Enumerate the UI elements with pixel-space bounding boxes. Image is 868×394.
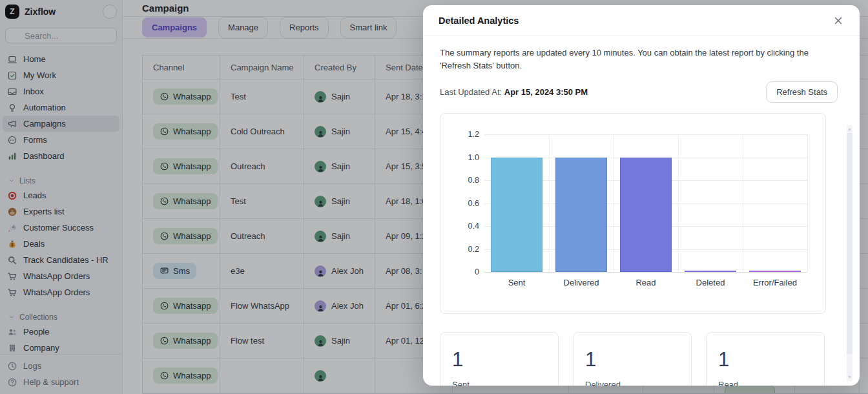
gridline	[678, 134, 679, 272]
last-updated-value: Apr 15, 2024 3:50 PM	[504, 87, 588, 97]
scrollbar-thumb[interactable]	[847, 133, 852, 354]
gridline	[549, 134, 550, 272]
x-axis-tick: Read	[636, 278, 656, 287]
chart-bar-error-failed	[749, 271, 801, 272]
gridline	[484, 272, 807, 273]
y-axis-tick: 0.8	[447, 176, 479, 185]
scrollbar-down-icon[interactable]: ▼	[847, 374, 852, 380]
stat-card-delivered: 1Delivered	[573, 332, 692, 386]
chart-bar-delivered	[555, 158, 607, 273]
stat-card-read: 1Read	[706, 332, 825, 386]
analytics-bar-chart: 00.20.40.60.81.01.2SentDeliveredReadDele…	[440, 113, 826, 314]
last-updated-text: Last Updated At: Apr 15, 2024 3:50 PM	[440, 87, 588, 97]
gridline	[484, 134, 807, 135]
gridline	[743, 134, 743, 272]
x-axis-tick: Deleted	[696, 278, 725, 287]
chart-bar-sent	[491, 158, 542, 273]
chart-bar-deleted	[685, 271, 736, 272]
x-axis-tick: Sent	[508, 278, 526, 287]
close-icon[interactable]	[832, 15, 844, 26]
scrollbar-up-icon[interactable]: ▲	[847, 126, 852, 132]
y-axis-tick: 0	[447, 267, 479, 276]
y-axis-tick: 0.6	[447, 199, 479, 208]
modal-title: Detailed Analytics	[439, 16, 519, 26]
refresh-stats-button[interactable]: Refresh Stats	[766, 81, 838, 103]
stat-label: Delivered	[585, 380, 679, 386]
detailed-analytics-modal: Detailed Analytics The summary reports a…	[423, 5, 860, 386]
x-axis-tick: Error/Failed	[753, 278, 797, 287]
chart-bar-read	[620, 158, 672, 273]
stat-value: 1	[585, 348, 679, 371]
stats-row: 1Sent1Delivered1Read	[440, 332, 826, 386]
y-axis-tick: 0.2	[447, 245, 479, 254]
x-axis-tick: Delivered	[564, 278, 599, 287]
stat-value: 1	[718, 348, 812, 371]
stat-label: Read	[718, 380, 812, 386]
y-axis-tick: 0.4	[447, 222, 479, 231]
modal-scrollbar[interactable]: ▲ ▼	[847, 125, 852, 381]
gridline	[614, 134, 614, 272]
stat-value: 1	[452, 348, 546, 371]
summary-info-text: The summary reports are updated every 10…	[440, 47, 827, 72]
stat-card-sent: 1Sent	[440, 332, 559, 386]
stat-label: Sent	[452, 380, 546, 386]
gridline	[807, 134, 808, 272]
y-axis-tick: 1.2	[447, 130, 479, 139]
y-axis-tick: 1.0	[447, 153, 479, 162]
